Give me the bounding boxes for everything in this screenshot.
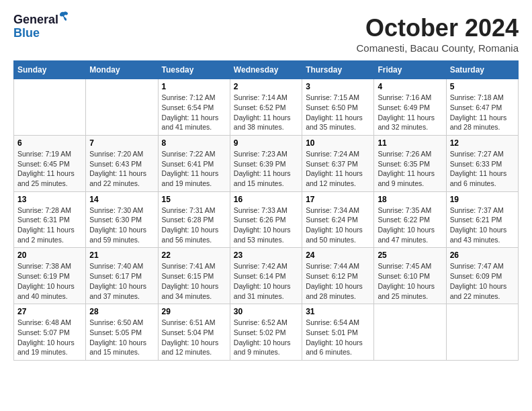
day-number: 22 xyxy=(162,250,226,260)
calendar-cell: 22Sunrise: 7:41 AM Sunset: 6:15 PM Dayli… xyxy=(158,248,230,304)
day-number: 2 xyxy=(234,82,298,91)
day-info: Sunrise: 7:14 AM Sunset: 6:52 PM Dayligh… xyxy=(234,93,298,132)
day-info: Sunrise: 7:44 AM Sunset: 6:12 PM Dayligh… xyxy=(306,261,370,301)
day-info: Sunrise: 7:37 AM Sunset: 6:21 PM Dayligh… xyxy=(450,205,515,245)
day-info: Sunrise: 7:27 AM Sunset: 6:33 PM Dayligh… xyxy=(450,149,515,189)
calendar-cell: 25Sunrise: 7:45 AM Sunset: 6:10 PM Dayli… xyxy=(374,248,446,304)
day-number: 4 xyxy=(378,82,442,91)
day-info: Sunrise: 7:16 AM Sunset: 6:49 PM Dayligh… xyxy=(378,93,442,132)
day-info: Sunrise: 7:15 AM Sunset: 6:50 PM Dayligh… xyxy=(306,93,370,132)
calendar-cell xyxy=(14,79,86,136)
calendar-cell: 6Sunrise: 7:19 AM Sunset: 6:45 PM Daylig… xyxy=(14,135,86,191)
day-info: Sunrise: 7:30 AM Sunset: 6:30 PM Dayligh… xyxy=(89,205,154,245)
calendar-cell: 24Sunrise: 7:44 AM Sunset: 6:12 PM Dayli… xyxy=(302,248,374,304)
day-info: Sunrise: 7:41 AM Sunset: 6:15 PM Dayligh… xyxy=(162,261,226,301)
day-info: Sunrise: 7:38 AM Sunset: 6:19 PM Dayligh… xyxy=(17,261,82,301)
day-number: 10 xyxy=(306,138,370,148)
calendar-cell: 2Sunrise: 7:14 AM Sunset: 6:52 PM Daylig… xyxy=(230,79,302,136)
day-number: 13 xyxy=(17,195,82,204)
weekday-header-monday: Monday xyxy=(86,61,158,79)
calendar-week-row: 6Sunrise: 7:19 AM Sunset: 6:45 PM Daylig… xyxy=(14,135,519,191)
day-info: Sunrise: 7:24 AM Sunset: 6:37 PM Dayligh… xyxy=(306,149,370,189)
calendar-cell: 29Sunrise: 6:51 AM Sunset: 5:04 PM Dayli… xyxy=(158,304,230,361)
calendar-cell: 17Sunrise: 7:34 AM Sunset: 6:24 PM Dayli… xyxy=(302,191,374,248)
calendar-cell xyxy=(374,304,446,361)
day-number: 17 xyxy=(306,195,370,204)
calendar-cell: 4Sunrise: 7:16 AM Sunset: 6:49 PM Daylig… xyxy=(374,79,446,136)
calendar-cell: 26Sunrise: 7:47 AM Sunset: 6:09 PM Dayli… xyxy=(446,248,518,304)
day-info: Sunrise: 6:51 AM Sunset: 5:04 PM Dayligh… xyxy=(162,318,226,357)
weekday-header-thursday: Thursday xyxy=(302,61,374,79)
day-info: Sunrise: 7:20 AM Sunset: 6:43 PM Dayligh… xyxy=(89,149,154,189)
day-info: Sunrise: 7:18 AM Sunset: 6:47 PM Dayligh… xyxy=(450,93,515,132)
day-info: Sunrise: 7:47 AM Sunset: 6:09 PM Dayligh… xyxy=(450,261,515,301)
calendar-cell: 18Sunrise: 7:35 AM Sunset: 6:22 PM Dayli… xyxy=(374,191,446,248)
page-header: General Blue October 2024 Comanesti, Bac… xyxy=(13,13,519,54)
day-number: 31 xyxy=(306,307,370,316)
calendar-cell: 23Sunrise: 7:42 AM Sunset: 6:14 PM Dayli… xyxy=(230,248,302,304)
day-number: 26 xyxy=(450,250,515,260)
calendar-cell: 15Sunrise: 7:31 AM Sunset: 6:28 PM Dayli… xyxy=(158,191,230,248)
day-number: 1 xyxy=(162,82,226,91)
weekday-header-sunday: Sunday xyxy=(14,61,86,79)
logo-general-text: General xyxy=(13,13,58,26)
calendar-cell xyxy=(86,79,158,136)
calendar-cell: 1Sunrise: 7:12 AM Sunset: 6:54 PM Daylig… xyxy=(158,79,230,136)
day-number: 15 xyxy=(162,195,226,204)
day-info: Sunrise: 7:31 AM Sunset: 6:28 PM Dayligh… xyxy=(162,205,226,245)
calendar-cell: 27Sunrise: 6:48 AM Sunset: 5:07 PM Dayli… xyxy=(14,304,86,361)
calendar-cell: 19Sunrise: 7:37 AM Sunset: 6:21 PM Dayli… xyxy=(446,191,518,248)
day-number: 28 xyxy=(89,307,154,316)
day-number: 27 xyxy=(17,307,82,316)
day-info: Sunrise: 7:33 AM Sunset: 6:26 PM Dayligh… xyxy=(234,205,298,245)
calendar-cell: 11Sunrise: 7:26 AM Sunset: 6:35 PM Dayli… xyxy=(374,135,446,191)
day-number: 5 xyxy=(450,82,515,91)
day-number: 24 xyxy=(306,250,370,260)
calendar-cell: 28Sunrise: 6:50 AM Sunset: 5:05 PM Dayli… xyxy=(86,304,158,361)
calendar-cell: 20Sunrise: 7:38 AM Sunset: 6:19 PM Dayli… xyxy=(14,248,86,304)
day-number: 3 xyxy=(306,82,370,91)
calendar-cell: 5Sunrise: 7:18 AM Sunset: 6:47 PM Daylig… xyxy=(446,79,518,136)
day-number: 29 xyxy=(162,307,226,316)
calendar-cell: 14Sunrise: 7:30 AM Sunset: 6:30 PM Dayli… xyxy=(86,191,158,248)
logo-blue-text: Blue xyxy=(13,27,40,40)
day-number: 30 xyxy=(234,307,298,316)
day-info: Sunrise: 7:19 AM Sunset: 6:45 PM Dayligh… xyxy=(17,149,82,189)
calendar-cell: 3Sunrise: 7:15 AM Sunset: 6:50 PM Daylig… xyxy=(302,79,374,136)
logo-bird-icon xyxy=(58,11,69,21)
calendar-cell: 13Sunrise: 7:28 AM Sunset: 6:31 PM Dayli… xyxy=(14,191,86,248)
calendar-cell: 30Sunrise: 6:52 AM Sunset: 5:02 PM Dayli… xyxy=(230,304,302,361)
day-number: 25 xyxy=(378,250,442,260)
day-number: 21 xyxy=(89,250,154,260)
title-area: October 2024 Comanesti, Bacau County, Ro… xyxy=(356,13,519,54)
day-number: 9 xyxy=(234,138,298,148)
day-info: Sunrise: 6:48 AM Sunset: 5:07 PM Dayligh… xyxy=(17,318,82,357)
calendar-cell: 12Sunrise: 7:27 AM Sunset: 6:33 PM Dayli… xyxy=(446,135,518,191)
day-info: Sunrise: 7:45 AM Sunset: 6:10 PM Dayligh… xyxy=(378,261,442,301)
weekday-header-tuesday: Tuesday xyxy=(158,61,230,79)
day-info: Sunrise: 7:26 AM Sunset: 6:35 PM Dayligh… xyxy=(378,149,442,189)
day-info: Sunrise: 7:23 AM Sunset: 6:39 PM Dayligh… xyxy=(234,149,298,189)
calendar-cell: 21Sunrise: 7:40 AM Sunset: 6:17 PM Dayli… xyxy=(86,248,158,304)
day-info: Sunrise: 7:12 AM Sunset: 6:54 PM Dayligh… xyxy=(162,93,226,132)
day-info: Sunrise: 7:34 AM Sunset: 6:24 PM Dayligh… xyxy=(306,205,370,245)
calendar-week-row: 27Sunrise: 6:48 AM Sunset: 5:07 PM Dayli… xyxy=(14,304,519,361)
day-number: 20 xyxy=(17,250,82,260)
weekday-header-wednesday: Wednesday xyxy=(230,61,302,79)
day-number: 23 xyxy=(234,250,298,260)
calendar-cell: 8Sunrise: 7:22 AM Sunset: 6:41 PM Daylig… xyxy=(158,135,230,191)
day-info: Sunrise: 7:40 AM Sunset: 6:17 PM Dayligh… xyxy=(89,261,154,301)
calendar-week-row: 20Sunrise: 7:38 AM Sunset: 6:19 PM Dayli… xyxy=(14,248,519,304)
logo: General Blue xyxy=(13,13,58,40)
day-number: 8 xyxy=(162,138,226,148)
day-number: 7 xyxy=(89,138,154,148)
month-title: October 2024 xyxy=(356,13,519,42)
weekday-header-friday: Friday xyxy=(374,61,446,79)
day-number: 16 xyxy=(234,195,298,204)
calendar-week-row: 1Sunrise: 7:12 AM Sunset: 6:54 PM Daylig… xyxy=(14,79,519,136)
day-info: Sunrise: 7:35 AM Sunset: 6:22 PM Dayligh… xyxy=(378,205,442,245)
calendar-cell: 10Sunrise: 7:24 AM Sunset: 6:37 PM Dayli… xyxy=(302,135,374,191)
day-info: Sunrise: 7:42 AM Sunset: 6:14 PM Dayligh… xyxy=(234,261,298,301)
weekday-header-saturday: Saturday xyxy=(446,61,518,79)
day-number: 18 xyxy=(378,195,442,204)
